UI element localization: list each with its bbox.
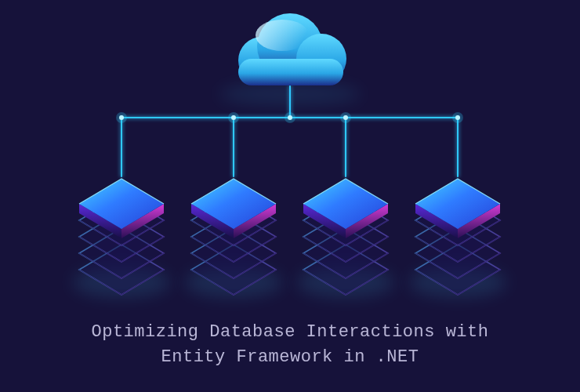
hero-illustration-card: Optimizing Database Interactions with En…	[0, 0, 580, 392]
svg-rect-14	[238, 59, 343, 85]
svg-point-15	[256, 20, 309, 51]
hero-caption: Optimizing Database Interactions with En…	[0, 320, 580, 370]
svg-point-10	[219, 83, 361, 105]
